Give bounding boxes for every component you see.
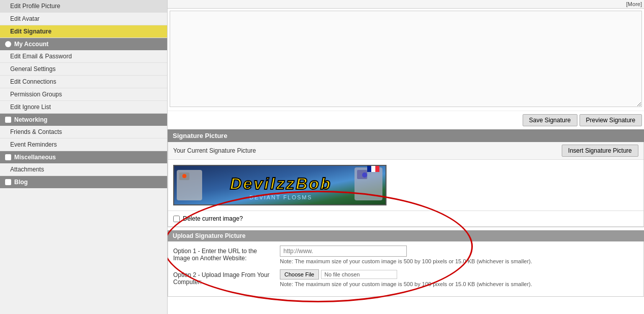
option2-input-group: Choose File No file chosen Note: The max…	[280, 269, 638, 287]
upload-option-1-row: Option 1 - Enter the URL to the Image on…	[173, 246, 638, 264]
signature-action-buttons: Save Signature Preview Signature	[168, 111, 644, 129]
sidebar-item-edit-signature[interactable]: Edit Signature	[0, 25, 167, 38]
option1-input-group: Note: The maximum size of your custom im…	[280, 246, 638, 264]
more-bar: [More]	[168, 0, 644, 9]
sidebar-item-edit-ignore-list[interactable]: Edit Ignore List	[0, 101, 167, 114]
delete-row: Delete current image?	[168, 211, 643, 227]
preview-signature-button[interactable]: Preview Signature	[579, 114, 642, 126]
delete-label[interactable]: Delete current image?	[183, 215, 243, 222]
insert-signature-picture-button[interactable]: Insert Signature Picture	[562, 145, 638, 157]
svg-rect-8	[371, 166, 375, 172]
option2-note: Note: The maximum size of your custom im…	[280, 281, 638, 287]
sidebar-item-permission-groups[interactable]: Permission Groups	[0, 88, 167, 101]
sidebar-item-attachments[interactable]: Attachments	[0, 163, 167, 176]
sidebar-item-general-settings[interactable]: General Settings	[0, 63, 167, 76]
option1-note: Note: The maximum size of your custom im…	[280, 258, 638, 264]
sidebar-section-my-account: My Account	[0, 38, 167, 50]
networking-icon	[5, 117, 11, 123]
sidebar-section-misc: Miscellaneous	[0, 151, 167, 163]
upload-section-header: Upload Signature Picture	[168, 230, 644, 241]
upload-option-2-row: Option 2 - Upload Image From Your Comput…	[173, 269, 638, 287]
signature-picture-header: Signature Picture	[168, 129, 644, 142]
sidebar-section-blog: Blog	[0, 176, 167, 188]
signature-picture-section: Signature Picture Your Current Signature…	[168, 129, 644, 227]
svg-text:DEVIANT FLOSMS: DEVIANT FLOSMS	[249, 194, 312, 200]
save-signature-button[interactable]: Save Signature	[523, 114, 577, 126]
sidebar-item-event-reminders[interactable]: Event Reminders	[0, 138, 167, 151]
choose-file-button[interactable]: Choose File	[280, 269, 319, 280]
sidebar-item-friends-contacts[interactable]: Friends & Contacts	[0, 126, 167, 138]
option1-label: Option 1 - Enter the URL to the Image on…	[173, 246, 275, 262]
no-file-label: No file chosen	[321, 270, 397, 279]
main-content: [More] Save Signature Preview Signature …	[168, 0, 644, 314]
url-input[interactable]	[280, 246, 407, 257]
svg-point-3	[182, 174, 186, 178]
sidebar: Edit Profile Picture Edit Avatar Edit Si…	[0, 0, 168, 314]
sig-image-container: DevilzzBob DEVIANT FLOSMS	[168, 160, 643, 211]
blog-icon	[5, 179, 11, 185]
file-input-row: Choose File No file chosen	[280, 269, 638, 280]
more-link[interactable]: [More]	[626, 1, 642, 7]
upload-content: Option 1 - Enter the URL to the Image on…	[168, 241, 644, 297]
account-icon	[5, 41, 11, 47]
svg-text:DevilzzBob: DevilzzBob	[230, 175, 332, 193]
sidebar-section-networking: Networking	[0, 114, 167, 126]
option2-label: Option 2 - Upload Image From Your Comput…	[173, 269, 275, 286]
svg-rect-9	[375, 166, 379, 172]
sidebar-item-edit-connections[interactable]: Edit Connections	[0, 76, 167, 88]
upload-section: Upload Signature Picture Option 1 - Ente…	[168, 230, 644, 297]
misc-icon	[5, 154, 11, 160]
current-sig-row: Your Current Signature Picture Insert Si…	[168, 142, 643, 160]
sig-image: DevilzzBob DEVIANT FLOSMS	[173, 165, 387, 205]
svg-rect-7	[367, 166, 371, 172]
signature-editor	[168, 9, 644, 111]
current-sig-label: Your Current Signature Picture	[173, 147, 256, 154]
signature-textarea[interactable]	[170, 11, 642, 107]
sidebar-item-edit-avatar[interactable]: Edit Avatar	[0, 13, 167, 25]
sidebar-item-edit-email-password[interactable]: Edit Email & Password	[0, 50, 167, 63]
delete-checkbox[interactable]	[173, 216, 180, 222]
svg-point-6	[362, 172, 367, 178]
signature-picture-content: Your Current Signature Picture Insert Si…	[168, 142, 644, 227]
sidebar-item-edit-profile-picture[interactable]: Edit Profile Picture	[0, 0, 167, 13]
